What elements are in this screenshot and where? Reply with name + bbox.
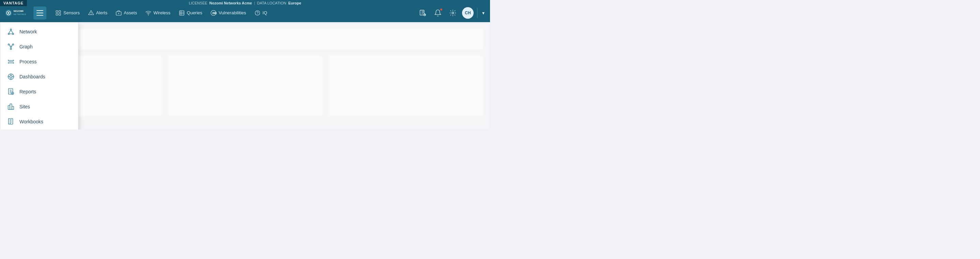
avatar-button[interactable]: CH bbox=[462, 7, 474, 19]
svg-rect-34 bbox=[10, 48, 11, 50]
svg-rect-8 bbox=[59, 13, 61, 15]
sites-menu-icon bbox=[7, 103, 15, 110]
svg-rect-5 bbox=[56, 11, 57, 12]
hamburger-button[interactable] bbox=[33, 6, 46, 19]
nav-sensors[interactable]: Sensors bbox=[52, 8, 83, 18]
menu-item-reports-label: Reports bbox=[19, 89, 36, 94]
svg-point-14 bbox=[148, 15, 149, 15]
menu-item-dashboards-label: Dashboards bbox=[19, 74, 45, 79]
svg-rect-51 bbox=[8, 105, 10, 110]
reports-nav-icon bbox=[419, 9, 426, 17]
wireless-icon bbox=[145, 10, 151, 16]
svg-point-20 bbox=[255, 11, 260, 15]
reports-icon-button[interactable] bbox=[417, 7, 429, 19]
svg-text:CVE: CVE bbox=[212, 12, 216, 14]
notifications-button[interactable] bbox=[432, 7, 444, 19]
nav-right: CH ▾ bbox=[417, 7, 486, 19]
svg-rect-6 bbox=[59, 11, 61, 12]
svg-rect-53 bbox=[12, 106, 14, 110]
svg-line-36 bbox=[11, 44, 13, 47]
svg-point-40 bbox=[11, 76, 11, 77]
reports-menu-icon bbox=[7, 88, 15, 95]
menu-item-process[interactable]: Process bbox=[0, 54, 78, 69]
svg-rect-32 bbox=[10, 46, 11, 48]
nav-items: Sensors Alerts Assets bbox=[52, 8, 417, 18]
topbar: VANTAGE NOZOMI NETWORKS LICENSEE Nozomi … bbox=[0, 0, 490, 22]
sensors-icon bbox=[55, 10, 61, 16]
menu-item-graph[interactable]: Graph bbox=[0, 39, 78, 54]
svg-point-49 bbox=[11, 92, 14, 94]
graph-menu-icon bbox=[7, 43, 15, 51]
svg-line-28 bbox=[9, 30, 11, 33]
licensee-label: LICENSEE bbox=[189, 1, 207, 5]
process-menu-icon bbox=[7, 58, 15, 65]
nav-iq[interactable]: IQ bbox=[251, 8, 271, 18]
nav-dropdown-arrow[interactable]: ▾ bbox=[481, 10, 486, 16]
nozomi-logo: NOZOMI NETWORKS bbox=[4, 7, 31, 19]
network-menu-icon bbox=[7, 28, 15, 35]
main-area: Network Graph Process bbox=[0, 22, 490, 129]
menu-item-workbooks-label: Workbooks bbox=[19, 119, 43, 124]
licensee-bar: LICENSEE Nozomi Networks Acme | DATA LOC… bbox=[189, 0, 301, 6]
nav-alerts[interactable]: Alerts bbox=[84, 8, 111, 18]
nav-assets[interactable]: Assets bbox=[112, 8, 140, 18]
svg-rect-33 bbox=[13, 44, 14, 45]
menu-item-network[interactable]: Network bbox=[0, 24, 78, 39]
svg-text:NOZOMI: NOZOMI bbox=[14, 10, 24, 13]
vantage-badge: VANTAGE bbox=[0, 0, 27, 6]
svg-rect-7 bbox=[56, 13, 57, 15]
nav-divider bbox=[477, 8, 477, 18]
workbooks-menu-icon bbox=[7, 118, 15, 126]
vulnerabilities-icon: CVE bbox=[210, 10, 216, 16]
alerts-icon bbox=[88, 10, 94, 16]
svg-point-24 bbox=[452, 12, 454, 14]
notification-badge bbox=[440, 8, 442, 11]
svg-point-2 bbox=[8, 12, 9, 13]
svg-text:NETWORKS: NETWORKS bbox=[14, 13, 26, 15]
svg-point-10 bbox=[91, 14, 91, 14]
assets-icon bbox=[116, 10, 122, 16]
iq-icon bbox=[255, 10, 261, 16]
svg-point-25 bbox=[10, 29, 11, 30]
nav-vulnerabilities[interactable]: CVE Vulnerabilities bbox=[207, 8, 249, 18]
svg-line-35 bbox=[9, 44, 10, 47]
menu-item-graph-label: Graph bbox=[19, 44, 33, 49]
gear-icon bbox=[449, 9, 457, 17]
bg-card-2 bbox=[167, 55, 323, 116]
menu-item-reports[interactable]: Reports bbox=[0, 84, 78, 99]
menu-item-workbooks[interactable]: Workbooks bbox=[0, 114, 78, 129]
nav-queries[interactable]: Queries bbox=[175, 8, 206, 18]
menu-item-process-label: Process bbox=[19, 59, 37, 64]
svg-line-29 bbox=[11, 30, 13, 33]
data-location-label: DATA LOCATION bbox=[257, 1, 286, 5]
licensee-value: Nozomi Networks Acme bbox=[209, 1, 252, 5]
menu-item-sites[interactable]: Sites bbox=[0, 99, 78, 114]
svg-rect-52 bbox=[10, 104, 12, 110]
svg-point-21 bbox=[257, 14, 258, 14]
menu-item-network-label: Network bbox=[19, 29, 37, 35]
dashboards-menu-icon bbox=[7, 73, 15, 80]
settings-button[interactable] bbox=[447, 7, 459, 19]
queries-icon bbox=[179, 10, 185, 16]
svg-rect-15 bbox=[179, 11, 184, 15]
menu-item-dashboards[interactable]: Dashboards bbox=[0, 69, 78, 84]
data-location-value: Europe bbox=[288, 1, 301, 5]
dropdown-menu: Network Graph Process bbox=[0, 22, 78, 129]
nav-wireless[interactable]: Wireless bbox=[142, 8, 174, 18]
bg-card-3 bbox=[328, 55, 483, 116]
menu-item-sites-label: Sites bbox=[19, 104, 30, 110]
logo-area: NOZOMI NETWORKS bbox=[4, 7, 31, 19]
svg-rect-31 bbox=[8, 44, 10, 45]
